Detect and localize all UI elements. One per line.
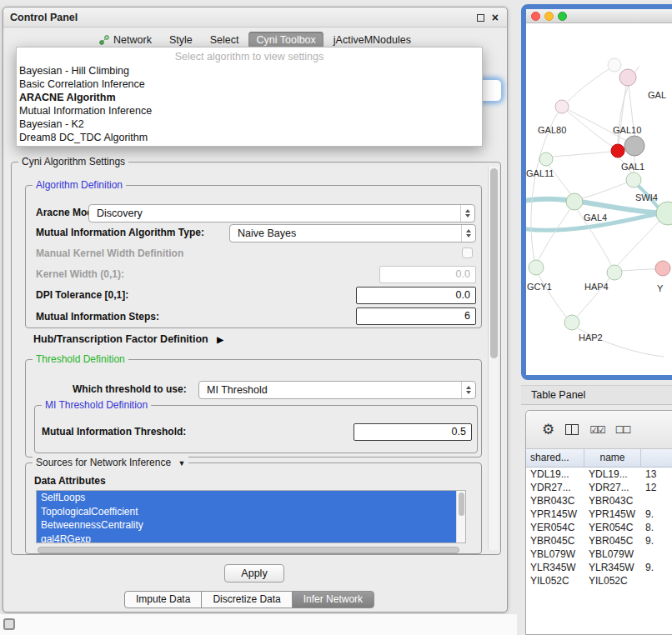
network-node-gal10[interactable]	[624, 136, 644, 156]
tab-style[interactable]: Style	[162, 32, 200, 48]
sources-title[interactable]: Sources for Network Inference ▼	[33, 457, 188, 468]
list-horizontal-scrollbar[interactable]	[36, 547, 466, 554]
list-scrollbar[interactable]	[456, 491, 465, 542]
network-node-gal1[interactable]	[626, 172, 641, 188]
aracne-mode-combobox[interactable]: Discovery	[88, 204, 475, 222]
group-title: MI Threshold Definition	[42, 399, 151, 411]
dropdown-item[interactable]: Dream8 DC_TDC Algorithm	[17, 131, 482, 144]
network-node[interactable]	[608, 58, 621, 72]
network-edge[interactable]	[622, 269, 655, 271]
network-node-gal[interactable]	[619, 69, 636, 86]
network-window-titlebar[interactable]	[526, 9, 672, 23]
table-row[interactable]: YBR045CYBR045C9.	[526, 534, 672, 548]
minimize-traffic-light-icon[interactable]	[544, 12, 554, 21]
hub-definition-section[interactable]: Hub/Transcription Factor Definition ▶	[33, 333, 223, 345]
dropdown-item[interactable]: Basic Correlation Inference	[17, 78, 482, 91]
network-node-gcy1[interactable]	[529, 260, 544, 275]
settings-scrollbar[interactable]	[488, 167, 499, 550]
network-edge[interactable]	[568, 66, 614, 102]
list-item[interactable]: TopologicalCoefficient	[37, 505, 456, 519]
control-panel-window: Control Panel × Network Style Select Cyn…	[3, 7, 508, 612]
mi-steps-field[interactable]: 6	[356, 308, 476, 325]
dropdown-item[interactable]: Bayesian - Hill Climbing	[17, 64, 482, 78]
network-edge[interactable]	[618, 221, 659, 265]
network-node-hap2[interactable]	[564, 315, 579, 330]
network-edge[interactable]	[553, 152, 611, 157]
network-node-gal11[interactable]	[539, 152, 553, 166]
list-item[interactable]: gal4RGexp	[37, 532, 456, 544]
zoom-traffic-light-icon[interactable]	[558, 12, 567, 21]
tab-network[interactable]: Network	[92, 32, 159, 48]
network-node[interactable]	[611, 144, 624, 158]
close-traffic-light-icon[interactable]	[531, 12, 540, 21]
table-row[interactable]: YBL079WYBL079W	[526, 548, 672, 561]
table-cell	[641, 494, 672, 508]
table-cell: YBR045C	[526, 534, 584, 548]
sources-title-label: Sources for Network Inference	[36, 457, 171, 468]
network-edge[interactable]	[539, 209, 570, 260]
network-node-gal80[interactable]	[555, 100, 569, 113]
tab-cyni-toolbox[interactable]: Cyni Toolbox	[248, 32, 323, 48]
column-header-shared-name[interactable]: shared...	[526, 449, 584, 467]
mi-type-combobox[interactable]: Naive Bayes	[229, 224, 476, 242]
kernel-width-field[interactable]: 0.0	[379, 266, 476, 283]
network-node-gal4[interactable]	[566, 193, 583, 210]
table-cell: YDR27...	[526, 481, 584, 494]
dpi-tolerance-field[interactable]: 0.0	[356, 287, 476, 304]
table-row[interactable]: YIL052CYIL052C	[526, 574, 672, 588]
scrollbar-thumb[interactable]	[38, 547, 459, 553]
dropdown-item[interactable]: Bayesian - K2	[17, 118, 482, 131]
select-all-columns-icon[interactable]: ☑☑	[589, 424, 604, 436]
manual-kernel-checkbox[interactable]	[462, 248, 473, 258]
mi-threshold-field[interactable]: 0.5	[354, 423, 472, 441]
combobox-stepper-icon	[461, 225, 475, 242]
collapse-right-icon[interactable]: ▶	[217, 335, 223, 344]
network-canvas-svg: GALGAL80GAL10GAL11GAL1SWI4GAL4GCY1HAP4YH…	[526, 23, 672, 375]
list-item[interactable]: BetweennessCentrality	[37, 518, 456, 532]
scrollbar-thumb[interactable]	[459, 492, 464, 516]
column-header-name[interactable]: name	[584, 449, 641, 467]
scrollbar-thumb[interactable]	[490, 168, 498, 358]
network-canvas[interactable]: GALGAL80GAL10GAL11GAL1SWI4GAL4GCY1HAP4YH…	[526, 23, 672, 375]
float-window-icon[interactable]	[477, 14, 484, 22]
gear-icon[interactable]: ⚙	[542, 421, 554, 438]
network-node-hap4[interactable]	[607, 265, 622, 280]
close-icon[interactable]: ×	[492, 12, 499, 23]
collapsed-panel-icon[interactable]	[3, 618, 15, 630]
tab-impute-data[interactable]: Impute Data	[124, 591, 202, 608]
collapse-down-icon[interactable]: ▼	[178, 459, 185, 468]
table-row[interactable]: YDL19...YDL19...13	[526, 468, 672, 481]
table-toolbar: ⚙ ☑☑ ☐☐	[526, 411, 672, 449]
group-title: Cyni Algorithm Settings	[18, 156, 128, 168]
deselect-all-columns-icon[interactable]: ☐☐	[615, 424, 630, 436]
network-node-y[interactable]	[655, 261, 670, 276]
tab-discretize-data[interactable]: Discretize Data	[201, 591, 292, 608]
network-edge[interactable]	[562, 107, 613, 147]
dropdown-item[interactable]: Mutual Information Inference	[17, 104, 482, 118]
table-cell: YDL19...	[584, 468, 641, 481]
bottom-strip	[0, 614, 517, 635]
dpi-tolerance-label: DPI Tolerance [0,1]:	[36, 289, 128, 301]
tab-label: Select	[210, 34, 239, 46]
network-node-label: Y	[657, 283, 664, 293]
apply-button[interactable]: Apply	[224, 564, 284, 582]
table-row[interactable]: YLR345WYLR345W9.	[526, 561, 672, 574]
table-cell: YIL052C	[584, 574, 641, 588]
tab-infer-network[interactable]: Infer Network	[292, 591, 374, 608]
table-row[interactable]: YDR27...YDR27...12	[526, 481, 672, 494]
which-threshold-combobox[interactable]: MI Threshold	[198, 381, 476, 399]
tab-label: Style	[169, 34, 193, 46]
table-row[interactable]: YBR043CYBR043C	[526, 494, 672, 508]
which-threshold-label: Which threshold to use:	[73, 383, 187, 395]
dropdown-item-selected[interactable]: ARACNE Algorithm	[17, 91, 482, 104]
combobox-value: MI Threshold	[207, 384, 268, 396]
tab-jactivemodules[interactable]: jActiveMNodules	[326, 32, 419, 48]
table-row[interactable]: YER054CYER054C8.	[526, 521, 672, 534]
table-cell: YPR145W	[584, 508, 641, 521]
list-item[interactable]: SelfLoops	[37, 491, 456, 505]
show-columns-icon[interactable]	[565, 424, 579, 435]
network-edge[interactable]	[582, 182, 627, 198]
table-row[interactable]: YPR145WYPR145W9.	[526, 508, 672, 521]
tab-select[interactable]: Select	[203, 32, 247, 48]
column-header-partial[interactable]	[641, 449, 672, 467]
